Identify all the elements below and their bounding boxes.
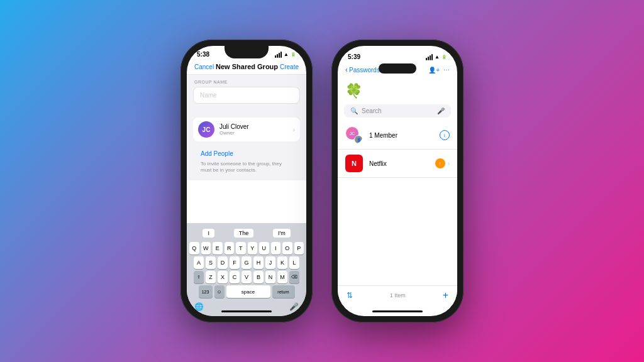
search-icon: 🔍 xyxy=(350,107,358,114)
mic-search-icon[interactable]: 🎤 xyxy=(437,107,445,114)
form-section: GROUP NAME Name xyxy=(187,75,306,109)
key-s[interactable]: S xyxy=(206,256,216,269)
num-key[interactable]: 123 xyxy=(199,285,213,298)
user-row: JC Juli Clover Owner › xyxy=(193,118,300,141)
key-f[interactable]: F xyxy=(230,256,240,269)
item-count: 1 Item xyxy=(390,292,406,299)
member-group-row[interactable]: JC 👤 1 Member i xyxy=(338,121,457,150)
member-avatar: JC 👤 xyxy=(345,126,363,144)
cancel-button[interactable]: Cancel xyxy=(194,63,214,70)
phone-1-screen: 5:38 ▲ 🔋 Cancel New xyxy=(187,46,306,316)
status-icons-2: ▲ 🔋 xyxy=(426,54,447,60)
key-g[interactable]: G xyxy=(242,256,252,269)
notch xyxy=(225,46,269,58)
keyboard: I The I'm Q W E R T Y U I O xyxy=(187,223,306,316)
person-plus-icon[interactable]: 👤+ xyxy=(428,67,440,74)
key-z[interactable]: Z xyxy=(206,271,216,283)
time-2: 5:39 xyxy=(348,53,360,60)
key-p[interactable]: P xyxy=(294,242,304,255)
add-people-button[interactable]: Add People xyxy=(193,145,300,160)
home-indicator-2 xyxy=(372,310,423,312)
user-name: Juli Clover xyxy=(219,123,293,130)
key-j[interactable]: J xyxy=(265,256,275,269)
wifi-icon: ▲ xyxy=(284,52,289,57)
sort-icon[interactable]: ⇅ xyxy=(347,291,353,300)
netflix-logo: N xyxy=(345,155,363,172)
back-chevron-icon: ‹ xyxy=(345,65,348,74)
suggestion-the[interactable]: The xyxy=(234,229,254,238)
nav-bar-1: Cancel New Shared Group Create xyxy=(187,60,306,75)
new-shared-group-title: New Shared Group xyxy=(216,63,278,70)
key-n[interactable]: N xyxy=(265,271,275,283)
chevron-netflix: › xyxy=(448,160,450,167)
home-indicator-1 xyxy=(221,310,272,312)
return-key[interactable]: return xyxy=(272,285,295,298)
search-placeholder: Search xyxy=(362,107,433,114)
key-a[interactable]: A xyxy=(194,256,204,269)
mic-icon[interactable]: 🎤 xyxy=(289,302,299,311)
key-y[interactable]: Y xyxy=(248,242,258,255)
battery-icon: 🔋 xyxy=(291,52,296,57)
battery-icon-2: 🔋 xyxy=(441,55,447,60)
key-i[interactable]: I xyxy=(271,242,281,255)
keyboard-row-4: 123 ☺ space return xyxy=(189,285,304,298)
key-k[interactable]: K xyxy=(277,256,287,269)
create-button[interactable]: Create xyxy=(280,63,299,70)
status-bar-2: 5:39 ▲ 🔋 xyxy=(338,46,457,63)
key-c[interactable]: C xyxy=(230,271,240,283)
avatar: JC xyxy=(198,121,214,138)
info-button[interactable]: i xyxy=(440,130,450,140)
user-role: Owner xyxy=(219,130,293,136)
netflix-row[interactable]: N Netflix ! › xyxy=(338,150,457,178)
back-label: Passwords xyxy=(349,67,380,74)
globe-icon[interactable]: 🌐 xyxy=(194,302,204,311)
wifi-icon-2: ▲ xyxy=(435,54,440,60)
key-q[interactable]: Q xyxy=(189,242,199,255)
add-button[interactable]: + xyxy=(443,290,448,301)
group-emoji: 🍀 xyxy=(338,78,457,102)
back-button[interactable]: ‹ Passwords xyxy=(345,65,380,74)
keyboard-row-2: A S D F G H J K L xyxy=(189,256,304,269)
phone-1: 5:38 ▲ 🔋 Cancel New xyxy=(180,40,313,322)
bottom-bar: ⇅ 1 Item + xyxy=(338,285,457,305)
key-e[interactable]: E xyxy=(213,242,223,255)
search-bar[interactable]: 🔍 Search 🎤 xyxy=(344,104,451,118)
more-icon[interactable]: ⋯ xyxy=(443,67,450,74)
key-u[interactable]: U xyxy=(259,242,269,255)
key-o[interactable]: O xyxy=(282,242,292,255)
section-label: GROUP NAME xyxy=(193,80,300,84)
chevron-right-icon: › xyxy=(293,126,295,133)
group-name-input[interactable]: Name xyxy=(193,87,300,104)
user-info: Juli Clover Owner xyxy=(219,123,293,136)
hint-text: To invite someone to the group, they mus… xyxy=(193,160,300,179)
emoji-key[interactable]: ☺ xyxy=(214,285,225,298)
nav-actions: 👤+ ⋯ xyxy=(428,67,450,74)
shift-key[interactable]: ⇧ xyxy=(194,271,204,283)
key-l[interactable]: L xyxy=(289,256,299,269)
key-w[interactable]: W xyxy=(201,242,211,255)
phone-2: 5:39 ▲ 🔋 ‹ xyxy=(331,40,464,322)
dynamic-island xyxy=(379,63,416,74)
keyboard-row-1: Q W E R T Y U I O P xyxy=(189,242,304,255)
key-m[interactable]: M xyxy=(277,271,287,283)
key-t[interactable]: T xyxy=(236,242,246,255)
key-x[interactable]: X xyxy=(218,271,228,283)
key-v[interactable]: V xyxy=(242,271,252,283)
key-b[interactable]: B xyxy=(253,271,264,283)
suggestions-row: I The I'm xyxy=(189,227,304,239)
group-name: 1 Member xyxy=(369,132,440,139)
space-key[interactable]: space xyxy=(226,285,270,298)
netflix-info: Netflix xyxy=(369,160,435,167)
delete-key[interactable]: ⌫ xyxy=(289,271,299,283)
key-h[interactable]: H xyxy=(253,256,264,269)
key-d[interactable]: D xyxy=(218,256,228,269)
suggestion-im[interactable]: I'm xyxy=(273,229,291,238)
keyboard-row-3: ⇧ Z X C V B N M ⌫ xyxy=(189,271,304,283)
status-icons-1: ▲ 🔋 xyxy=(275,52,296,58)
warning-icon: ! xyxy=(435,158,445,168)
suggestion-i[interactable]: I xyxy=(203,229,214,238)
time-1: 5:38 xyxy=(197,51,209,58)
netflix-name: Netflix xyxy=(369,160,435,167)
key-r[interactable]: R xyxy=(225,242,235,255)
phone-2-screen: 5:39 ▲ 🔋 ‹ xyxy=(338,46,457,316)
